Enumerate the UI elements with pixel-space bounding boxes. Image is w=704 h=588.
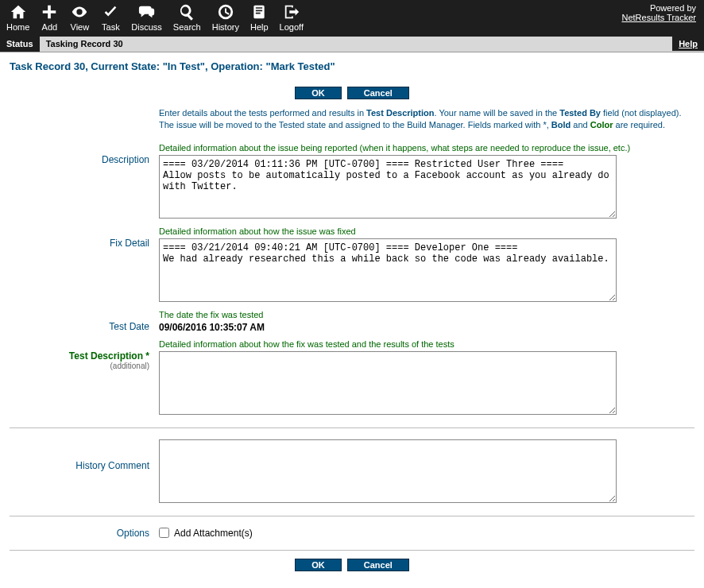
bottom-button-row: OK Cancel (10, 559, 694, 571)
history-comment-label: History Comment (10, 436, 154, 508)
sub-toolbar: Status Tasking Record 30 Help (0, 37, 704, 52)
logoff-icon (282, 2, 301, 21)
status-tab[interactable]: Status (0, 37, 40, 52)
discuss-icon (137, 2, 157, 21)
test-description-label: Test Description * (additional) (10, 336, 154, 420)
powered-prefix: Powered by (650, 3, 696, 13)
page-title: Task Record 30, Current State: "In Test"… (10, 60, 694, 72)
toolbar-logoff-label: Logoff (280, 22, 304, 32)
book-icon (251, 2, 267, 21)
separator-2 (10, 516, 694, 516)
toolbar-help[interactable]: Help (250, 2, 269, 32)
tasking-record-label: Tasking Record 30 (40, 37, 130, 52)
toolbar-view-label: View (71, 22, 90, 32)
form-table: Description Detailed information about t… (10, 140, 694, 420)
description-label: Description (10, 140, 154, 223)
history-comment-textarea[interactable] (159, 439, 617, 503)
toolbar-logoff[interactable]: Logoff (280, 2, 304, 32)
test-date-label: Test Date (10, 307, 154, 336)
toolbar-history[interactable]: History (212, 2, 239, 32)
toolbar-task[interactable]: Task (101, 2, 120, 32)
toolbar-search[interactable]: Search (173, 2, 201, 32)
test-description-hint: Detailed information about how the fix w… (159, 339, 690, 349)
powered-by: Powered by NetResults Tracker (621, 3, 696, 22)
top-button-row: OK Cancel (10, 87, 694, 99)
toolbar-history-label: History (212, 22, 239, 32)
toolbar-search-label: Search (173, 22, 201, 32)
options-table: Options Add Attachment(s) (10, 524, 694, 542)
fix-detail-hint: Detailed information about how the issue… (159, 226, 690, 236)
content-area: Task Record 30, Current State: "In Test"… (0, 52, 704, 588)
cancel-button-bottom[interactable]: Cancel (347, 559, 409, 571)
intro-text: Enter details about the tests performed … (10, 107, 694, 132)
fix-detail-label: Fix Detail (10, 223, 154, 307)
history-table: History Comment (10, 436, 694, 508)
powered-link[interactable]: NetResults Tracker (621, 13, 696, 22)
toolbar-discuss[interactable]: Discuss (131, 2, 162, 32)
separator-3 (10, 550, 694, 551)
test-date-hint: The date the fix was tested (159, 310, 690, 319)
ok-button-bottom[interactable]: OK (295, 559, 342, 571)
toolbar-home[interactable]: Home (6, 2, 29, 32)
add-attachments-checkbox[interactable] (159, 528, 169, 538)
toolbar-home-label: Home (6, 22, 29, 32)
options-label: Options (10, 524, 154, 542)
test-date-value: 09/06/2016 10:35:07 AM (159, 322, 265, 333)
add-attachments-label: Add Attachment(s) (174, 528, 253, 539)
separator (10, 427, 694, 428)
toolbar-discuss-label: Discuss (131, 22, 162, 32)
plus-icon (41, 2, 58, 21)
ok-button-top[interactable]: OK (295, 87, 342, 99)
test-description-textarea[interactable] (159, 351, 617, 415)
subbar-help-link[interactable]: Help (672, 37, 704, 51)
checkmark-icon (101, 2, 120, 21)
main-toolbar: Home Add View Task Discuss Search Histor… (0, 0, 704, 37)
cancel-button-top[interactable]: Cancel (347, 87, 409, 99)
description-textarea[interactable] (159, 155, 617, 219)
toolbar-add-label: Add (42, 22, 58, 32)
eye-icon (69, 2, 90, 21)
toolbar-add[interactable]: Add (41, 2, 58, 32)
toolbar-task-label: Task (102, 22, 120, 32)
fix-detail-textarea[interactable] (159, 238, 617, 302)
clock-icon (217, 2, 234, 21)
add-attachments-row: Add Attachment(s) (159, 528, 690, 539)
home-icon (9, 2, 28, 21)
toolbar-view[interactable]: View (69, 2, 90, 32)
toolbar-help-label: Help (250, 22, 269, 32)
search-icon (178, 2, 195, 21)
description-hint: Detailed information about the issue bei… (159, 143, 690, 153)
